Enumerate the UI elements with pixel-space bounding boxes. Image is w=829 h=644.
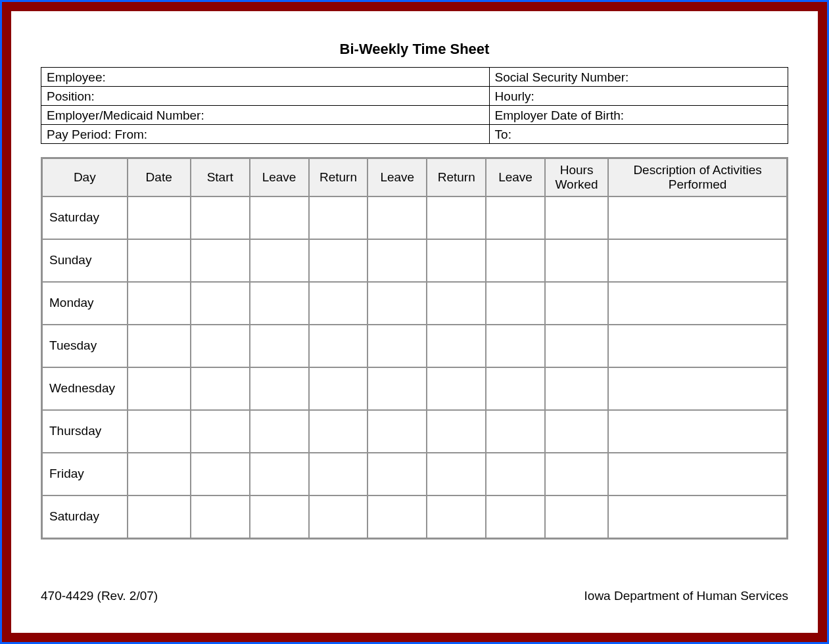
cell-leave [486, 196, 545, 239]
label-position: Position: [41, 87, 490, 106]
col-date: Date [128, 158, 191, 196]
cell-leave [250, 239, 309, 282]
cell-desc [608, 325, 787, 367]
cell-leave [367, 410, 427, 453]
page: Bi-Weekly Time Sheet Employee: Social Se… [11, 11, 818, 633]
cell-start [191, 495, 250, 538]
page-title: Bi-Weekly Time Sheet [41, 41, 788, 58]
cell-leave [367, 282, 427, 325]
cell-day: Monday [42, 282, 128, 325]
cell-leave [250, 453, 309, 495]
table-row: Friday [42, 453, 787, 495]
label-pay-period-to: To: [489, 125, 788, 144]
cell-start [191, 367, 250, 410]
cell-return [309, 495, 368, 538]
cell-hours [545, 325, 608, 367]
footer: 470-4429 (Rev. 2/07) Iowa Department of … [41, 589, 788, 603]
cell-start [191, 196, 250, 239]
cell-leave [367, 325, 427, 367]
cell-return [309, 325, 368, 367]
employee-info-table: Employee: Social Security Number: Positi… [41, 67, 788, 144]
cell-date [128, 495, 191, 538]
cell-start [191, 282, 250, 325]
cell-date [128, 282, 191, 325]
cell-leave [486, 282, 545, 325]
cell-date [128, 239, 191, 282]
cell-day: Sunday [42, 239, 128, 282]
cell-hours [545, 367, 608, 410]
cell-day: Saturday [42, 495, 128, 538]
cell-hours [545, 239, 608, 282]
cell-desc [608, 495, 787, 538]
col-start: Start [191, 158, 250, 196]
cell-return [309, 410, 368, 453]
label-employer-dob: Employer Date of Birth: [489, 106, 788, 125]
cell-return [309, 453, 368, 495]
cell-return [427, 453, 486, 495]
table-row: Tuesday [42, 325, 787, 367]
inner-frame: Bi-Weekly Time Sheet Employee: Social Se… [2, 2, 827, 642]
cell-start [191, 410, 250, 453]
cell-hours [545, 495, 608, 538]
cell-leave [486, 410, 545, 453]
table-row: Thursday [42, 410, 787, 453]
cell-leave [486, 239, 545, 282]
cell-desc [608, 453, 787, 495]
label-pay-period-from: Pay Period: From: [41, 125, 490, 144]
grid-header-row: Day Date Start Leave Return Leave Return… [42, 158, 787, 196]
cell-start [191, 325, 250, 367]
cell-leave [486, 325, 545, 367]
cell-leave [250, 410, 309, 453]
col-return-2: Return [427, 158, 486, 196]
cell-start [191, 239, 250, 282]
cell-day: Thursday [42, 410, 128, 453]
col-desc: Description of Activities Performed [608, 158, 787, 196]
cell-desc [608, 410, 787, 453]
cell-leave [250, 495, 309, 538]
table-row: Wednesday [42, 367, 787, 410]
cell-desc [608, 196, 787, 239]
cell-leave [250, 282, 309, 325]
cell-leave [367, 239, 427, 282]
cell-return [427, 495, 486, 538]
cell-hours [545, 453, 608, 495]
label-employee: Employee: [41, 68, 490, 87]
form-number: 470-4429 (Rev. 2/07) [41, 589, 158, 603]
cell-date [128, 410, 191, 453]
cell-return [309, 239, 368, 282]
cell-hours [545, 282, 608, 325]
col-leave-2: Leave [367, 158, 427, 196]
col-leave-3: Leave [486, 158, 545, 196]
cell-leave [250, 325, 309, 367]
col-return-1: Return [309, 158, 368, 196]
cell-leave [486, 453, 545, 495]
cell-hours [545, 410, 608, 453]
col-day: Day [42, 158, 128, 196]
cell-date [128, 367, 191, 410]
agency-name: Iowa Department of Human Services [584, 589, 788, 603]
cell-leave [367, 453, 427, 495]
label-employer-medicaid: Employer/Medicaid Number: [41, 106, 490, 125]
cell-leave [367, 367, 427, 410]
cell-date [128, 453, 191, 495]
label-hourly: Hourly: [489, 87, 788, 106]
cell-day: Wednesday [42, 367, 128, 410]
timesheet-grid: Day Date Start Leave Return Leave Return… [41, 157, 788, 540]
cell-leave [486, 367, 545, 410]
cell-return [427, 325, 486, 367]
table-row: Sunday [42, 239, 787, 282]
cell-day: Saturday [42, 196, 128, 239]
cell-leave [250, 196, 309, 239]
cell-return [427, 239, 486, 282]
outer-frame: Bi-Weekly Time Sheet Employee: Social Se… [0, 0, 829, 644]
cell-date [128, 196, 191, 239]
cell-leave [250, 367, 309, 410]
cell-leave [367, 495, 427, 538]
cell-return [309, 367, 368, 410]
cell-start [191, 453, 250, 495]
cell-return [309, 196, 368, 239]
cell-return [427, 410, 486, 453]
cell-return [427, 196, 486, 239]
cell-day: Friday [42, 453, 128, 495]
table-row: Saturday [42, 196, 787, 239]
